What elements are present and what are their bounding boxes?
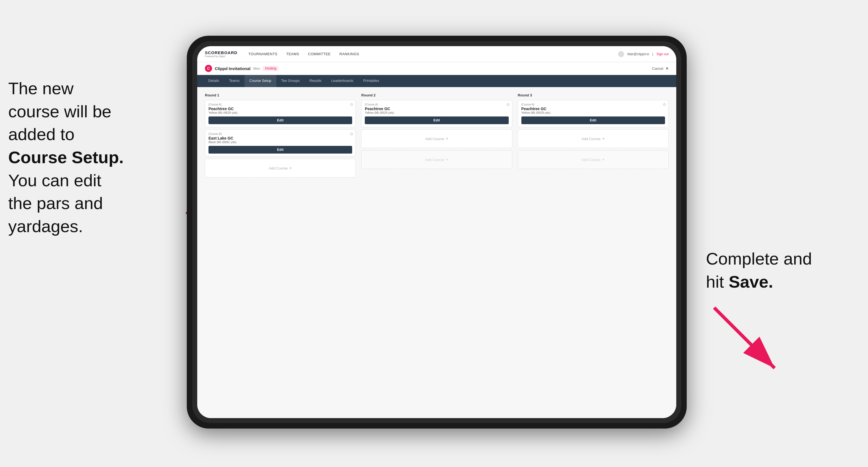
round2-course-a-name: Peachtree GC [365,106,508,111]
breadcrumb-left: C Clippd Invitational Men Hosting [205,65,279,72]
round2-add-course-2-plus: + [446,157,448,162]
scoreboard-logo: SCOREBOARD Powered by clippd [205,50,237,58]
round-2-title: Round 2 [361,93,512,97]
round1-course-b-tee: Black (M) (6891 yds) [209,141,352,144]
round1-course-b-delete[interactable]: ⊙ [350,132,353,136]
tab-results[interactable]: Results [305,75,326,87]
round2-add-course-2-label: Add Course [425,158,444,162]
round-3-title: Round 3 [518,93,669,97]
round1-course-b-edit[interactable]: Edit [209,146,352,154]
nav-tournaments[interactable]: TOURNAMENTS [248,52,277,56]
logo-title: SCOREBOARD [205,50,237,55]
annotation-right: Complete and hit Save. [706,247,860,293]
rounds-grid: Round 1 ⊙ (Course A) Peachtree GC Yellow… [205,93,669,180]
tablet-screen-bezel: SCOREBOARD Powered by clippd TOURNAMENTS… [192,41,681,423]
brand-icon: C [205,65,212,72]
round1-add-course-label: Add Course [269,166,288,170]
cancel-label: Cancel [652,66,663,71]
round2-course-a-label: (Course A) [365,103,508,106]
tab-teams[interactable]: Teams [224,75,245,87]
breadcrumb-bar: C Clippd Invitational Men Hosting Cancel… [197,62,676,75]
round2-add-course[interactable]: Add Course + [361,129,512,148]
tab-tee-groups[interactable]: Tee Groups [276,75,305,87]
round1-course-a-tee: Yellow (M) (6629 yds) [209,111,352,114]
round1-course-b-card: ⊙ (Course B) East Lake GC Black (M) (689… [205,129,356,157]
round1-add-course-plus: + [289,166,292,170]
round2-course-a-card: ⊙ (Course A) Peachtree GC Yellow (M) (66… [361,100,512,127]
round3-course-a-card: ⊙ (Course A) Peachtree GC Yellow (M) (66… [518,100,669,127]
nav-links: TOURNAMENTS TEAMS COMMITTEE RANKINGS [248,52,359,56]
tournament-name: Clippd Invitational [215,66,250,71]
round2-add-course-2: Add Course + [361,150,512,169]
round2-course-a-delete[interactable]: ⊙ [506,102,510,106]
nav-rankings[interactable]: RANKINGS [340,52,359,56]
tab-printables[interactable]: Printables [358,75,384,87]
round1-course-a-delete[interactable]: ⊙ [350,102,353,106]
sign-out-link[interactable]: Sign out [656,52,669,56]
cancel-area[interactable]: Cancel ✕ [652,66,669,71]
round3-add-course-label: Add Course [582,137,600,141]
round1-course-b-name: East Lake GC [209,136,352,141]
round3-add-course[interactable]: Add Course + [518,129,669,148]
round3-course-a-label: (Course A) [521,103,665,106]
round3-add-course-plus: + [602,136,604,141]
round1-course-a-card: ⊙ (Course A) Peachtree GC Yellow (M) (66… [205,100,356,127]
user-avatar [618,51,624,57]
tab-bar: Details Teams Course Setup Tee Groups Re… [197,75,676,87]
cancel-x-icon: ✕ [665,66,669,71]
app-screen: SCOREBOARD Powered by clippd TOURNAMENTS… [197,46,676,418]
round-3-column: Round 3 ⊙ (Course A) Peachtree GC Yellow… [518,93,669,180]
top-navigation: SCOREBOARD Powered by clippd TOURNAMENTS… [197,46,676,62]
round3-add-course-2-plus: + [602,157,604,162]
arrow-right-indicator [698,302,791,379]
round1-course-a-edit[interactable]: Edit [209,117,352,124]
round2-add-course-plus: + [446,136,448,141]
round3-course-a-edit[interactable]: Edit [521,117,665,124]
round3-add-course-2: Add Course + [518,150,669,169]
round1-course-b-label: (Course B) [209,132,352,135]
round2-add-course-label: Add Course [425,137,444,141]
content-area: Round 1 ⊙ (Course A) Peachtree GC Yellow… [197,87,676,418]
round3-course-a-tee: Yellow (M) (6629 yds) [521,111,665,114]
round3-course-a-name: Peachtree GC [521,106,665,111]
round-2-column: Round 2 ⊙ (Course A) Peachtree GC Yellow… [361,93,512,180]
round3-add-course-2-label: Add Course [582,158,600,162]
round2-course-a-tee: Yellow (M) (6629 yds) [365,111,508,114]
round2-course-a-edit[interactable]: Edit [365,117,508,124]
tournament-gender: Men [253,66,260,71]
nav-teams[interactable]: TEAMS [286,52,299,56]
nav-committee[interactable]: COMMITTEE [308,52,331,56]
logo-sub: Powered by clippd [205,55,237,58]
nav-separator: | [652,52,653,56]
user-email: blair@clippd.io [627,52,649,56]
round-1-column: Round 1 ⊙ (Course A) Peachtree GC Yellow… [205,93,356,180]
tablet-device: SCOREBOARD Powered by clippd TOURNAMENTS… [187,36,687,429]
tab-details[interactable]: Details [203,75,224,87]
round1-add-course[interactable]: Add Course + [205,159,356,178]
nav-left: SCOREBOARD Powered by clippd TOURNAMENTS… [205,50,359,58]
round1-course-a-name: Peachtree GC [209,106,352,111]
round1-course-a-label: (Course A) [209,103,352,106]
round-1-title: Round 1 [205,93,356,97]
tab-course-setup[interactable]: Course Setup [245,75,276,87]
tab-leaderboards[interactable]: Leaderboards [326,75,358,87]
round3-course-a-delete[interactable]: ⊙ [663,102,666,106]
hosting-badge: Hosting [263,66,279,71]
nav-right: blair@clippd.io | Sign out [618,51,669,57]
